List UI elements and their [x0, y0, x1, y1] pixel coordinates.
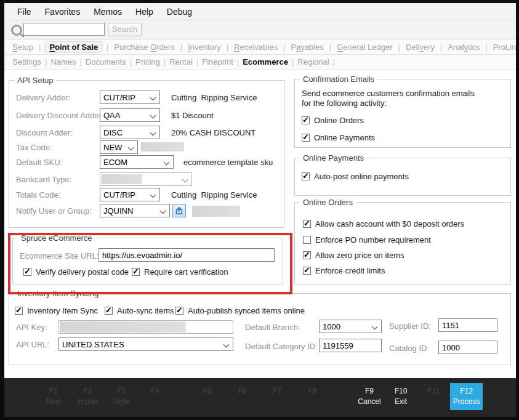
tab-receivables[interactable]: Receivables — [232, 41, 280, 53]
tax-code-dropdown[interactable]: NEW — [100, 140, 138, 154]
notify-user-dropdown[interactable]: JQUINN — [100, 204, 170, 217]
fkey-code: F12 — [460, 386, 473, 397]
notify-user-label: Notify User or Group: — [16, 206, 92, 216]
delivery-adder-dropdown[interactable]: CUT/RIP — [100, 91, 160, 104]
tab-general-ledger[interactable]: General Ledger — [335, 41, 394, 53]
tab-setup[interactable]: Setup — [10, 41, 35, 53]
api-key-redacted-value — [60, 321, 186, 333]
checkbox-auto-publish-synced-items[interactable]: Auto-publish synced items online — [175, 305, 305, 315]
subtab-regional[interactable]: Regional — [296, 56, 331, 68]
checkbox-box — [303, 267, 311, 275]
subtab-pricing[interactable]: Pricing — [134, 56, 162, 68]
discount-adder-value: DISC — [103, 128, 123, 137]
supplier-id-input[interactable] — [438, 318, 497, 332]
search-button[interactable]: Search — [108, 23, 142, 36]
menu-memos[interactable]: Memos — [87, 7, 129, 17]
fkey-f5: F5 — [189, 386, 226, 397]
default-category-id-label: Default Category ID: — [245, 342, 318, 351]
subtab-names[interactable]: Names — [49, 56, 78, 68]
module-tabs: Setup Point of Sale Purchase Orders Inve… — [4, 39, 516, 55]
fkey-label: Import — [69, 397, 106, 407]
tab-inventory[interactable]: Inventory — [186, 41, 223, 53]
checkbox-box — [175, 307, 183, 315]
subtab-documents[interactable]: Documents — [84, 56, 128, 68]
checkbox-online-orders[interactable]: Online Orders — [302, 115, 364, 125]
online-payments-title: Online Payments — [300, 153, 367, 163]
checkbox-allow-zero-price[interactable]: Allow zero price on items — [303, 250, 404, 260]
tab-payables[interactable]: Payables — [289, 41, 325, 53]
menu-favorites[interactable]: Favorites — [38, 7, 87, 17]
tax-code-value: NEW — [103, 143, 122, 152]
fkey-code: F11 — [415, 386, 452, 397]
default-sku-value: ECOM — [103, 158, 127, 167]
tab-purchase-orders[interactable]: Purchase Orders — [113, 41, 177, 53]
tab-prolink[interactable]: ProLink — [491, 41, 519, 53]
api-url-label: API URL: — [16, 340, 49, 349]
arrow-up-from-box-icon — [175, 206, 183, 215]
default-branch-dropdown[interactable]: 1000 — [319, 320, 382, 333]
subtab-settings[interactable]: Settings — [10, 56, 43, 68]
checkbox-verify-delivery-postal-code[interactable]: Verify delivery postal code — [23, 267, 129, 277]
confirmation-emails-desc-line2: for the following activity: — [302, 99, 387, 108]
fkey-code: F8 — [294, 386, 331, 397]
fkey-f4: F4 — [137, 386, 174, 397]
tax-code-label: Tax Code: — [16, 143, 52, 152]
ecommerce-site-url-input[interactable] — [99, 248, 275, 262]
function-key-bar: F1 Next F2 Import F3 Style F4 F5 F6 F7 F… — [4, 378, 516, 417]
fkey-code: F1 — [35, 386, 72, 397]
fkey-f10-exit[interactable]: F10 Exit — [382, 386, 419, 408]
catalog-id-label: Catalog ID: — [389, 344, 429, 353]
delivery-discount-adder-dropdown[interactable]: QAA — [100, 108, 160, 122]
checkbox-box — [105, 307, 113, 315]
checkbox-box — [23, 268, 31, 276]
totals-code-label: Totals Code: — [16, 190, 60, 200]
fkey-label: Exit — [382, 397, 419, 407]
menu-bar: File Favorites Memos Help Debug — [4, 3, 516, 20]
menu-help[interactable]: Help — [129, 7, 160, 17]
discount-adder-label: Discount Adder: — [16, 128, 73, 137]
subtab-rental[interactable]: Rental — [167, 56, 195, 68]
default-category-id-input[interactable] — [319, 339, 382, 352]
checkbox-box — [302, 172, 310, 180]
checkbox-auto-sync-items[interactable]: Auto-sync items — [105, 305, 174, 315]
menu-file[interactable]: File — [10, 7, 38, 17]
search-input[interactable] — [23, 23, 105, 36]
fkey-code: F4 — [137, 386, 174, 397]
default-sku-dropdown[interactable]: ECOM — [100, 155, 174, 169]
checkbox-auto-post-online-payments[interactable]: Auto-post online payments — [302, 171, 409, 181]
delivery-discount-adder-label: Delivery Discount Adder: — [16, 111, 103, 120]
inventory-item-syncing-title: Inventory Item Syncing — [14, 289, 102, 298]
delivery-adder-desc: Cutting Ripping Service — [171, 93, 257, 102]
checkbox-online-payments[interactable]: Online Payments — [302, 132, 375, 142]
notify-user-lookup-button[interactable] — [172, 204, 186, 217]
subtab-ecommerce[interactable]: Ecommerce — [241, 56, 290, 68]
tab-delivery[interactable]: Delivery — [404, 41, 437, 53]
fkey-f12-process-button[interactable]: F12 Process — [450, 383, 483, 410]
checkbox-box — [15, 307, 23, 315]
subtab-fineprint[interactable]: Fineprint — [200, 56, 235, 68]
tab-analytics[interactable]: Analytics — [446, 41, 481, 53]
catalog-id-input[interactable] — [438, 341, 497, 354]
api-url-dropdown[interactable]: UNITED STATES — [58, 337, 233, 351]
fkey-code: F2 — [69, 386, 106, 397]
checkbox-box — [303, 236, 311, 244]
fkey-code: F5 — [189, 386, 226, 397]
checkbox-label: Verify delivery postal code — [36, 267, 129, 277]
delivery-adder-label: Delivery Adder: — [16, 93, 70, 102]
tab-point-of-sale[interactable]: Point of Sale — [44, 41, 103, 53]
discount-adder-dropdown[interactable]: DISC — [100, 126, 160, 139]
delivery-discount-adder-value: QAA — [103, 111, 120, 120]
checkbox-enforce-po-number[interactable]: Enforce PO number requirement — [303, 235, 431, 244]
fkey-f11: F11 — [415, 386, 452, 397]
totals-code-dropdown[interactable]: CUT/RIP — [100, 188, 160, 201]
discount-adder-desc: 20% CASH DISCOUNT — [171, 128, 255, 137]
checkbox-enforce-credit-limits[interactable]: Enforce credit limits — [303, 265, 385, 275]
menu-debug[interactable]: Debug — [160, 7, 199, 17]
checkbox-allow-cash-account[interactable]: Allow cash account with $0 deposit order… — [303, 219, 464, 228]
checkbox-inventory-item-sync[interactable]: Inventory Item Sync — [15, 305, 98, 315]
checkbox-label: Allow zero price on items — [315, 251, 404, 260]
fkey-code: F10 — [382, 386, 419, 397]
checkbox-label: Online Orders — [314, 116, 364, 125]
checkbox-box — [303, 251, 311, 259]
checkbox-require-cart-verification[interactable]: Require cart verification — [132, 267, 228, 277]
